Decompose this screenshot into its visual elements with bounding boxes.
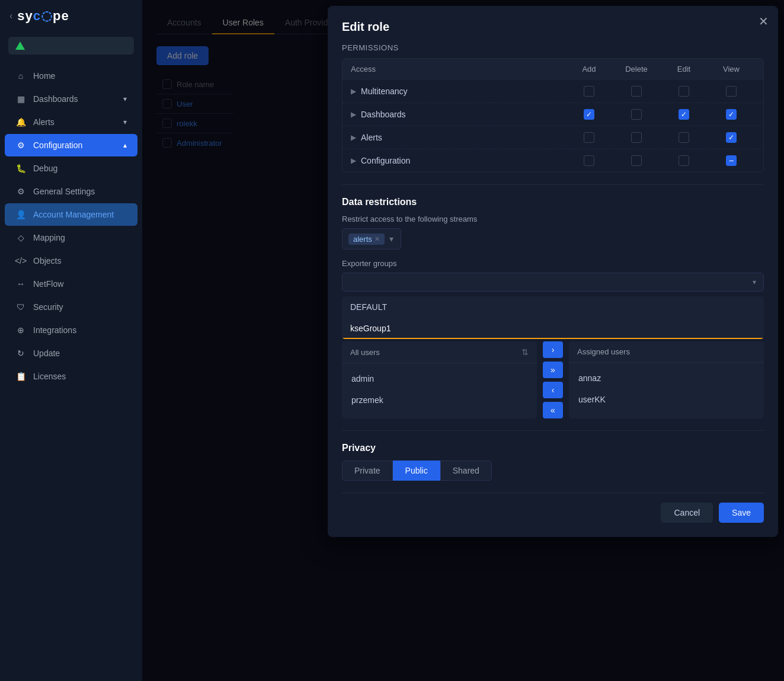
all-users-header: All users ⇅ bbox=[342, 341, 537, 363]
sidebar-item-security[interactable]: 🛡 Security bbox=[5, 296, 137, 318]
sort-icon[interactable]: ⇅ bbox=[521, 347, 529, 357]
multitenancy-add-checkbox[interactable] bbox=[584, 86, 594, 97]
sidebar-item-objects[interactable]: </> Objects bbox=[5, 250, 137, 272]
list-item[interactable]: admin bbox=[342, 368, 537, 389]
all-users-label: All users bbox=[350, 348, 380, 357]
privacy-private-button[interactable]: Private bbox=[342, 461, 393, 481]
sidebar-header: ‹ syc◌pe bbox=[0, 0, 142, 32]
exporter-option-default[interactable]: DEFAULT bbox=[342, 296, 764, 318]
sidebar-item-update[interactable]: ↻ Update bbox=[5, 342, 137, 365]
sidebar-item-label: Home bbox=[33, 71, 55, 81]
multitenancy-edit-checkbox[interactable] bbox=[679, 86, 689, 97]
perm-name-label: Dashboards bbox=[361, 110, 406, 119]
streams-tag-input[interactable]: alerts ✕ ▾ bbox=[342, 228, 401, 250]
integrations-icon: ⊕ bbox=[15, 325, 26, 335]
expand-icon[interactable]: ▶ bbox=[351, 156, 356, 165]
all-users-panel: All users ⇅ admin przemek bbox=[342, 341, 537, 418]
sidebar-item-dashboards[interactable]: ▦ Dashboards ▾ bbox=[5, 88, 137, 110]
assigned-users-panel: Assigned users annaz userKK bbox=[569, 341, 764, 418]
data-restrictions-title: Data restrictions bbox=[342, 194, 764, 207]
transfer-left-one-button[interactable]: ‹ bbox=[543, 382, 563, 398]
sidebar-item-configuration[interactable]: ⚙ Configuration ▴ bbox=[5, 134, 137, 156]
expand-icon[interactable]: ▶ bbox=[351, 87, 356, 95]
privacy-public-button[interactable]: Public bbox=[393, 461, 440, 481]
list-item[interactable]: przemek bbox=[342, 389, 537, 411]
sidebar-item-home[interactable]: ⌂ Home bbox=[5, 65, 137, 87]
stream-tag-alerts: alerts ✕ bbox=[348, 234, 385, 245]
exporter-dropdown[interactable]: ▾ bbox=[342, 273, 764, 292]
config-view-checkbox[interactable] bbox=[726, 155, 737, 166]
cancel-button[interactable]: Cancel bbox=[661, 503, 713, 523]
sidebar-item-label: Security bbox=[33, 302, 63, 312]
transfer-right-one-button[interactable]: › bbox=[543, 341, 563, 358]
col-add: Add bbox=[565, 65, 613, 73]
debug-icon: 🐛 bbox=[15, 163, 26, 174]
config-delete-checkbox[interactable] bbox=[631, 155, 642, 166]
logo-text: syc◌pe bbox=[17, 8, 69, 24]
close-button[interactable]: ✕ bbox=[759, 15, 769, 27]
sidebar-item-label: Objects bbox=[33, 256, 61, 266]
modal-title: Edit role bbox=[342, 20, 764, 34]
edit-role-modal: Edit role ✕ Permissions Access Add Delet… bbox=[328, 6, 778, 537]
exporter-option-ksegroup1[interactable]: kseGroup1 bbox=[342, 318, 764, 339]
save-button[interactable]: Save bbox=[719, 503, 764, 523]
perm-name-label: Configuration bbox=[361, 156, 410, 165]
list-item[interactable]: userKK bbox=[569, 389, 764, 410]
perm-row-alerts: ▶ Alerts bbox=[343, 126, 763, 149]
privacy-shared-button[interactable]: Shared bbox=[440, 461, 492, 481]
transfer-left-all-button[interactable]: « bbox=[543, 402, 563, 418]
expand-icon[interactable]: ▶ bbox=[351, 133, 356, 142]
main-content: Accounts User Roles Auth Providers Add r… bbox=[142, 0, 784, 681]
sidebar-alert[interactable] bbox=[8, 37, 134, 55]
sidebar-back-icon[interactable]: ‹ bbox=[9, 11, 12, 21]
exporter-groups-label: Exporter groups bbox=[342, 259, 764, 268]
multitenancy-delete-checkbox[interactable] bbox=[631, 86, 642, 97]
config-edit-checkbox[interactable] bbox=[679, 155, 689, 166]
transfer-right-all-button[interactable]: » bbox=[543, 362, 563, 378]
privacy-title: Privacy bbox=[342, 440, 764, 453]
col-edit: Edit bbox=[660, 65, 708, 73]
perm-row-dashboards: ▶ Dashboards bbox=[343, 103, 763, 126]
perm-row-multitenancy: ▶ Multitenancy bbox=[343, 79, 763, 103]
sidebar-item-alerts[interactable]: 🔔 Alerts ▾ bbox=[5, 111, 137, 133]
sidebar-item-label: Alerts bbox=[33, 117, 55, 127]
sidebar-item-label: Licenses bbox=[33, 372, 66, 381]
alerts-edit-checkbox[interactable] bbox=[679, 132, 689, 143]
objects-icon: </> bbox=[15, 255, 26, 266]
exporter-options-list: DEFAULT kseGroup1 bbox=[342, 296, 764, 339]
sidebar-item-debug[interactable]: 🐛 Debug bbox=[5, 157, 137, 180]
alerts-delete-checkbox[interactable] bbox=[631, 132, 642, 143]
alerts-view-checkbox[interactable] bbox=[726, 132, 737, 143]
sidebar-item-account-management[interactable]: 👤 Account Management bbox=[5, 203, 137, 226]
tag-close-icon[interactable]: ✕ bbox=[375, 235, 380, 243]
permissions-table: Access Add Delete Edit View ▶ Multitenan… bbox=[342, 58, 764, 172]
col-access: Access bbox=[351, 65, 565, 73]
sidebar-item-label: Integrations bbox=[33, 325, 76, 335]
sidebar-item-general-settings[interactable]: ⚙ General Settings bbox=[5, 180, 137, 203]
list-item[interactable]: annaz bbox=[569, 367, 764, 389]
multitenancy-view-checkbox[interactable] bbox=[726, 86, 737, 97]
dashboards-view-checkbox[interactable] bbox=[726, 109, 737, 120]
sidebar-item-licenses[interactable]: 📋 Licenses bbox=[5, 365, 137, 388]
transfer-buttons: › » ‹ « bbox=[537, 341, 569, 418]
dashboards-add-checkbox[interactable] bbox=[584, 109, 594, 120]
alerts-add-checkbox[interactable] bbox=[584, 132, 594, 143]
sidebar-item-integrations[interactable]: ⊕ Integrations bbox=[5, 319, 137, 341]
alert-triangle-icon bbox=[15, 41, 25, 50]
tag-label: alerts bbox=[353, 235, 372, 244]
perm-table-header: Access Add Delete Edit View bbox=[343, 59, 763, 79]
modal-overlay: Edit role ✕ Permissions Access Add Delet… bbox=[142, 0, 784, 681]
sidebar-item-mapping[interactable]: ◇ Mapping bbox=[5, 226, 137, 249]
col-delete: Delete bbox=[613, 65, 660, 73]
sidebar-item-label: General Settings bbox=[33, 187, 95, 196]
expand-icon[interactable]: ▶ bbox=[351, 110, 356, 119]
streams-dropdown-button[interactable]: ▾ bbox=[388, 234, 395, 244]
dashboards-edit-checkbox[interactable] bbox=[679, 109, 689, 120]
config-add-checkbox[interactable] bbox=[584, 155, 594, 166]
perm-name-label: Alerts bbox=[361, 133, 382, 142]
modal-footer: Cancel Save bbox=[342, 493, 764, 523]
sidebar-item-label: Update bbox=[33, 349, 60, 358]
all-users-list: admin przemek bbox=[342, 363, 537, 415]
sidebar-item-netflow[interactable]: ↔ NetFlow bbox=[5, 273, 137, 295]
dashboards-delete-checkbox[interactable] bbox=[631, 109, 642, 120]
